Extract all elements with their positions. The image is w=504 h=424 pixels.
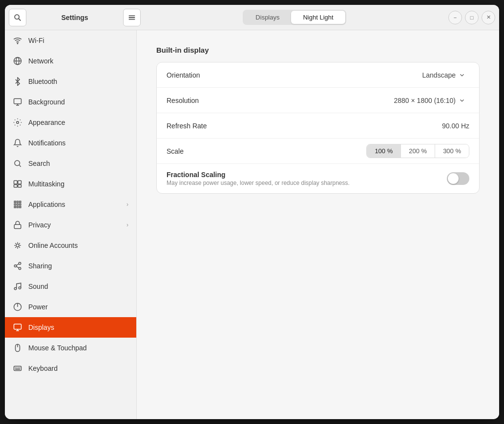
svg-line-14 [19,165,21,166]
titlebar-search-button[interactable] [9,9,26,26]
scale-300[interactable]: 300 % [435,144,469,158]
sidebar-label-search: Search [28,160,50,167]
search-sidebar-icon [13,159,22,168]
sidebar-item-applications[interactable]: Applications › [5,194,136,215]
orientation-row: Orientation Landscape [157,62,479,88]
privacy-icon [13,220,22,230]
privacy-chevron: › [126,222,128,228]
fractional-description: May increase power usage, lower speed, o… [167,180,350,186]
svg-point-13 [15,161,20,166]
main-content: Built-in display Orientation Landscape [137,30,499,419]
resolution-value: 2880 × 1800 (16:10) [390,95,470,106]
sidebar-item-privacy[interactable]: Privacy › [5,215,136,235]
close-button[interactable]: ✕ [482,11,495,24]
appearance-icon [13,118,22,127]
sharing-icon [13,261,22,271]
wifi-icon [13,36,22,45]
svg-rect-44 [14,366,21,371]
scale-value: 100 % 200 % 300 % [366,144,469,158]
svg-point-5 [17,43,18,44]
sidebar-label-mouse-touchpad: Mouse & Touchpad [28,344,87,352]
power-icon [13,302,22,312]
sidebar-item-bluetooth[interactable]: Bluetooth [5,71,136,92]
scale-row: Scale 100 % 200 % 300 % [157,139,479,164]
tab-displays[interactable]: Displays [244,11,291,24]
fractional-title: Fractional Scaling [167,171,350,179]
fractional-scaling-toggle[interactable] [447,172,469,185]
section-title: Built-in display [156,46,480,54]
fractional-scaling-row: Fractional Scaling May increase power us… [157,164,479,193]
applications-icon [13,200,22,209]
sidebar-item-multitasking[interactable]: Multitasking [5,174,136,194]
tab-night-light[interactable]: Night Light [291,11,345,24]
displays-icon [13,323,22,332]
bluetooth-icon [13,77,22,86]
scale-200[interactable]: 200 % [401,144,435,158]
tab-group-container: Displays Night Light [141,10,448,25]
svg-line-33 [16,266,19,268]
svg-point-36 [19,287,21,289]
sidebar-item-sharing[interactable]: Sharing [5,256,136,276]
orientation-value: Landscape [418,69,469,81]
svg-rect-16 [18,181,21,184]
sidebar-item-network[interactable]: Network [5,51,136,71]
applications-chevron: › [126,201,128,208]
svg-rect-19 [14,201,16,202]
svg-rect-22 [14,204,16,205]
hamburger-icon [127,13,136,22]
minimize-button[interactable]: − [448,11,462,24]
sidebar-item-online-accounts[interactable]: Online Accounts [5,235,136,256]
notifications-icon [13,138,22,148]
content-area: Wi-Fi Network Bluetooth [5,30,499,419]
sidebar-item-keyboard[interactable]: Keyboard [5,358,136,379]
svg-rect-39 [14,324,21,329]
maximize-button[interactable]: □ [465,11,479,24]
sidebar-label-displays: Displays [28,323,54,331]
fractional-text: Fractional Scaling May increase power us… [167,171,350,186]
sound-icon [13,282,22,291]
sidebar-label-notifications: Notifications [28,139,65,147]
chevron-down-icon [459,72,465,79]
sidebar: Wi-Fi Network Bluetooth [5,30,137,419]
svg-rect-18 [18,185,21,187]
sidebar-item-background[interactable]: Background [5,92,136,112]
keyboard-icon [13,363,22,373]
search-icon [13,13,22,22]
sidebar-label-keyboard: Keyboard [28,364,58,372]
sidebar-label-background: Background [28,98,65,106]
fractional-top: Fractional Scaling May increase power us… [167,171,469,186]
svg-rect-15 [14,181,18,184]
refresh-rate-label: Refresh Rate [167,122,442,130]
sidebar-item-search[interactable]: Search [5,153,136,174]
sidebar-label-online-accounts: Online Accounts [28,242,78,249]
resolution-row: Resolution 2880 × 1800 (16:10) [157,88,479,113]
sidebar-label-privacy: Privacy [28,221,51,229]
svg-rect-24 [20,204,21,205]
svg-rect-9 [14,99,21,104]
scale-100[interactable]: 100 % [367,144,401,158]
svg-rect-28 [14,224,21,228]
background-icon [13,97,22,107]
orientation-dropdown[interactable]: Landscape [418,69,469,81]
svg-point-29 [16,244,19,247]
network-icon [13,56,22,66]
titlebar-left: Settings [9,9,141,26]
sidebar-item-notifications[interactable]: Notifications [5,133,136,153]
resolution-dropdown[interactable]: 2880 × 1800 (16:10) [390,95,470,106]
sidebar-item-appearance[interactable]: Appearance [5,112,136,133]
sidebar-item-sound[interactable]: Sound [5,276,136,297]
sidebar-label-multitasking: Multitasking [28,180,64,188]
sidebar-item-wifi[interactable]: Wi-Fi [5,30,136,51]
titlebar-menu-button[interactable] [123,9,141,26]
sidebar-label-wifi: Wi-Fi [28,37,44,44]
toggle-knob [448,173,459,184]
sidebar-item-power[interactable]: Power [5,297,136,317]
sidebar-label-bluetooth: Bluetooth [28,78,57,85]
sidebar-item-mouse-touchpad[interactable]: Mouse & Touchpad [5,338,136,358]
sidebar-item-displays[interactable]: Displays [5,317,136,338]
svg-line-34 [16,264,19,265]
refresh-rate-value: 90.00 Hz [442,122,469,130]
mouse-icon [13,343,22,353]
svg-point-12 [17,121,19,124]
sidebar-label-network: Network [28,57,53,65]
